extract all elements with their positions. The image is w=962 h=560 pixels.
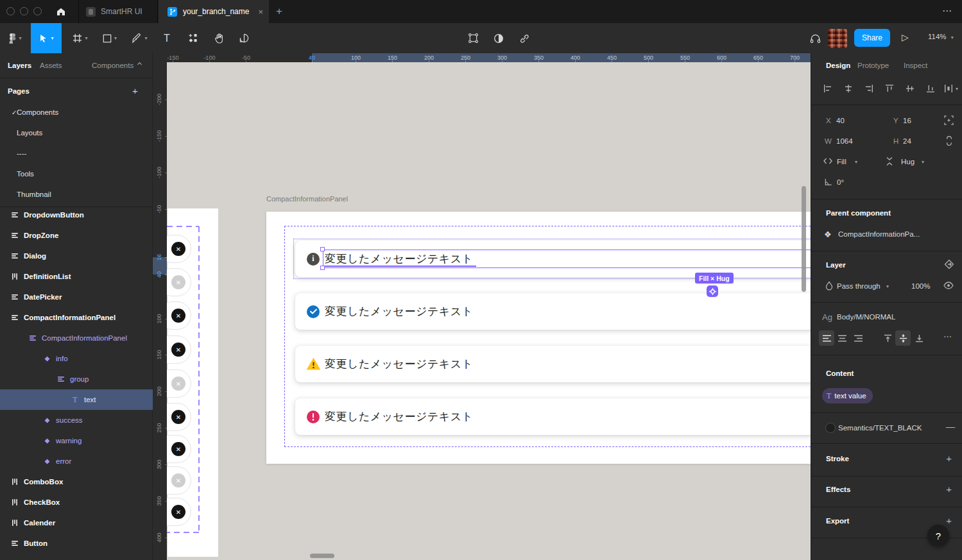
chevron-up-icon[interactable] [137, 61, 142, 67]
text-style-row[interactable]: Ag Body/M/NORMAL [811, 309, 962, 325]
window-zoom-button[interactable] [33, 7, 42, 15]
mask-button[interactable] [489, 23, 508, 53]
page-selector[interactable]: Components [92, 62, 133, 69]
selection-handle[interactable] [320, 266, 325, 270]
layer-row-definitionlist[interactable]: DefinitionList [0, 266, 153, 287]
layer-row-success[interactable]: success [0, 410, 153, 430]
layer-row-calender[interactable]: Calender [0, 513, 153, 533]
page-row[interactable]: ---- [0, 143, 153, 164]
close-tab-icon[interactable]: × [258, 7, 263, 17]
page-row[interactable]: Thumbnail [0, 184, 153, 205]
hand-tool-button[interactable] [209, 23, 229, 53]
message-text[interactable]: 変更したメッセージテキスト [325, 409, 473, 424]
user-avatar[interactable] [828, 29, 847, 48]
message-card-warning[interactable]: 変更したメッセージテキスト [295, 346, 811, 382]
layer-row-text[interactable]: Ttext [0, 389, 153, 410]
text-align-right-button[interactable] [850, 330, 866, 346]
parent-component-row[interactable]: ❖ CompactInformationPa... [811, 226, 962, 242]
align-bottom-button[interactable] [923, 81, 938, 96]
rotation-value[interactable]: 0° [837, 178, 844, 186]
layer-row-datepicker[interactable]: DatePicker [0, 287, 153, 307]
add-effect-icon[interactable]: + [946, 484, 952, 495]
shape-tool-button[interactable]: ▾ [96, 23, 123, 53]
remove-fill-icon[interactable]: — [946, 421, 955, 432]
more-options-icon[interactable]: ⋯ [942, 5, 952, 17]
audio-call-button[interactable] [805, 23, 825, 53]
pen-tool-button[interactable]: ▾ [126, 23, 153, 53]
adjust-position-icon[interactable] [944, 115, 954, 125]
layer-row-compactinformationpanel[interactable]: CompactInformationPanel [0, 307, 153, 328]
color-swatch[interactable] [825, 423, 836, 433]
main-menu-button[interactable]: ▾ [4, 23, 27, 53]
page-row[interactable]: Tools [0, 164, 153, 184]
add-page-button[interactable]: + [132, 85, 138, 96]
comment-tool-button[interactable] [234, 23, 254, 53]
home-button[interactable] [50, 3, 72, 20]
opacity-value[interactable]: 100% [911, 282, 930, 290]
canvas-vertical-scrollbar[interactable] [802, 186, 806, 292]
tab-layers[interactable]: Layers [8, 62, 31, 69]
layer-row-compactinformationpanel[interactable]: CompactInformationPanel [0, 328, 153, 348]
canvas[interactable]: ✕✕✕✕✕✕✕✕✕ CompactInformationPanel i変更したメ… [167, 62, 811, 560]
frame-tool-button[interactable]: ▾ [67, 23, 94, 53]
message-text[interactable]: 変更したメッセージテキスト [325, 357, 473, 371]
selection-handle[interactable] [320, 247, 325, 251]
distribute-spacing-button[interactable]: ▾ [941, 81, 961, 96]
content-value-pill[interactable]: T text value [822, 388, 873, 403]
text-align-center-button[interactable] [834, 330, 850, 346]
constrain-proportions-icon[interactable] [945, 136, 953, 146]
text-tool-button[interactable]: T [157, 23, 176, 53]
new-tab-button[interactable]: + [276, 5, 282, 18]
y-value[interactable]: 16 [903, 117, 911, 124]
text-valign-bottom-button[interactable] [911, 330, 927, 346]
resources-tool-button[interactable] [183, 23, 203, 53]
blend-mode-select[interactable]: Pass through [837, 282, 880, 290]
visibility-eye-icon[interactable] [943, 282, 954, 289]
layer-row-warning[interactable]: warning [0, 430, 153, 451]
align-left-button[interactable] [820, 81, 836, 96]
message-card-error[interactable]: 変更したメッセージテキスト [295, 398, 811, 435]
help-button[interactable]: ? [927, 525, 949, 547]
layer-row-button[interactable]: Button [0, 533, 153, 554]
fill-color-row[interactable]: Semantics/TEXT_BLACK — [811, 420, 962, 436]
present-play-icon[interactable]: ▷ [902, 32, 909, 42]
page-row[interactable]: Layouts [0, 123, 153, 143]
h-value[interactable]: 24 [903, 137, 911, 145]
text-more-options-icon[interactable]: ⋯ [943, 332, 952, 341]
message-card-success[interactable]: 変更したメッセージテキスト [295, 293, 811, 330]
move-tool-button[interactable]: ▾ [31, 23, 62, 53]
window-close-button[interactable] [6, 7, 15, 15]
layer-row-error[interactable]: error [0, 451, 153, 471]
window-minimize-button[interactable] [20, 7, 28, 15]
add-stroke-icon[interactable]: + [946, 453, 952, 464]
canvas-horizontal-scrollbar[interactable] [310, 554, 334, 558]
vertical-sizing-select[interactable]: Hug [901, 158, 915, 165]
text-valign-top-button[interactable] [880, 330, 895, 346]
tab-inspect[interactable]: Inspect [904, 62, 927, 69]
share-button[interactable]: Share [854, 29, 890, 47]
tab-prototype[interactable]: Prototype [857, 62, 889, 69]
align-top-button[interactable] [882, 81, 897, 96]
edit-object-button[interactable] [463, 23, 483, 53]
x-value[interactable]: 40 [836, 117, 845, 124]
layer-row-group[interactable]: group [0, 369, 153, 389]
tab-design[interactable]: Design [826, 62, 850, 69]
align-right-button[interactable] [861, 81, 877, 96]
message-text[interactable]: 変更したメッセージテキスト [325, 304, 473, 319]
align-horizontal-center-button[interactable] [841, 81, 856, 96]
create-link-button[interactable] [515, 23, 534, 53]
page-row[interactable]: ✓Components [0, 102, 153, 123]
text-valign-middle-button[interactable] [895, 330, 911, 346]
autolayout-icon[interactable] [707, 285, 718, 297]
text-align-left-button[interactable] [819, 330, 834, 346]
layer-row-combobox[interactable]: ComboBox [0, 471, 153, 492]
file-tab-your-branch-name[interactable]: your_branch_name × [159, 0, 269, 23]
file-tab-smarthr-ui[interactable]: SmartHR UI [78, 0, 158, 23]
layer-row-info[interactable]: info [0, 348, 153, 369]
layer-blend-target-icon[interactable] [944, 259, 954, 269]
layer-row-checkbox[interactable]: CheckBox [0, 492, 153, 513]
layer-row-dialog[interactable]: Dialog [0, 246, 153, 266]
align-vertical-center-button[interactable] [902, 81, 918, 96]
add-export-icon[interactable]: + [946, 515, 952, 526]
zoom-level-select[interactable]: 114% ▾ [928, 33, 954, 40]
